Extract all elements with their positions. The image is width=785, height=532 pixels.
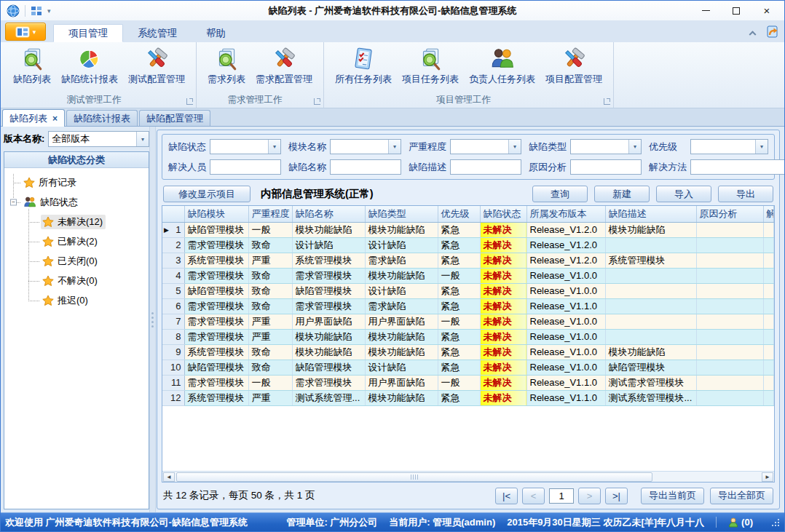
- column-header[interactable]: 所属发布版本: [526, 206, 605, 222]
- export-current-page-button[interactable]: 导出当前页: [641, 488, 704, 504]
- table-row[interactable]: 7需求管理模块严重用户界面缺陷用户界面缺陷一般未解决Release_V1.0.0: [162, 314, 774, 329]
- sidebar-splitter[interactable]: [149, 127, 156, 512]
- query-button[interactable]: 查询: [532, 186, 588, 202]
- minimize-button[interactable]: [700, 5, 711, 17]
- filter-defect-desc-input[interactable]: [450, 159, 521, 175]
- table-row[interactable]: 6需求管理模块致命需求管理模块需求缺陷紧急未解决Release_V1.1.0: [162, 298, 774, 314]
- filter-module-name-combo[interactable]: ▾: [330, 139, 401, 154]
- ribbon-button[interactable]: 所有任务列表: [330, 44, 397, 88]
- combo-dropdown-icon[interactable]: ▾: [508, 140, 521, 154]
- tree-item-1[interactable]: −缺陷状态: [4, 192, 149, 212]
- close-tab-icon[interactable]: ×: [52, 114, 58, 124]
- table-row[interactable]: ▶1缺陷管理模块一般模块功能缺陷模块功能缺陷紧急未解决Release_V1.2.…: [162, 222, 774, 237]
- table-row[interactable]: 5缺陷管理模块致命缺陷管理模块设计缺陷紧急未解决Release_V1.0.0: [162, 283, 774, 298]
- export-button[interactable]: 导出: [718, 186, 773, 202]
- ribbon-tab-2[interactable]: 帮助: [192, 24, 240, 42]
- application-menu-button[interactable]: ▾: [5, 23, 46, 41]
- combo-dropdown-icon[interactable]: ▾: [755, 140, 768, 154]
- ribbon-tab-1[interactable]: 系统管理: [123, 24, 192, 42]
- modify-columns-button[interactable]: 修改显示项目: [163, 186, 251, 202]
- ribbon-button[interactable]: 负责人任务列表: [464, 44, 540, 88]
- close-button[interactable]: ×: [761, 5, 773, 17]
- tree-item-4[interactable]: 已关闭(0): [4, 251, 149, 271]
- column-header[interactable]: 缺陷描述: [605, 206, 696, 222]
- quick-access-dropdown-icon[interactable]: ▾: [47, 7, 51, 15]
- table-row[interactable]: 12系统管理模块严重测试系统管理...模块功能缺陷紧急未解决Release_V1…: [162, 390, 774, 405]
- combo-dropdown-icon[interactable]: ▾: [268, 140, 280, 154]
- column-header[interactable]: 严重程度: [248, 206, 292, 222]
- group-dialog-launcher-icon[interactable]: [186, 98, 193, 105]
- scroll-left-icon[interactable]: ◄: [163, 472, 175, 482]
- maximize-button[interactable]: [730, 5, 742, 17]
- table-row[interactable]: 3系统管理模块严重系统管理模块需求缺陷紧急未解决Release_V1.2.0系统…: [162, 253, 774, 268]
- ribbon-button[interactable]: 项目任务列表: [397, 44, 464, 88]
- tree-item-3[interactable]: 已解决(2): [4, 231, 149, 251]
- version-combo[interactable]: 全部版本 ▾: [48, 131, 149, 147]
- horizontal-scrollbar[interactable]: ◄ ►: [162, 471, 774, 482]
- import-button[interactable]: 导入: [656, 186, 711, 202]
- column-header[interactable]: 缺陷状态: [480, 206, 526, 222]
- last-page-button[interactable]: >|: [605, 488, 628, 504]
- system-label: 内部信息管理系统(正常): [261, 187, 374, 201]
- filter-defect-status-combo[interactable]: ▾: [210, 139, 281, 154]
- table-row[interactable]: 4需求管理模块致命需求管理模块模块功能缺陷一般未解决Release_V1.0.0: [162, 268, 774, 283]
- table-cell: [605, 298, 696, 314]
- ribbon-tab-0[interactable]: 项目管理: [53, 24, 123, 42]
- filter-priority-combo[interactable]: ▾: [690, 139, 768, 154]
- doc-tab-0[interactable]: 缺陷列表×: [2, 109, 65, 127]
- column-header[interactable]: 缺陷类型: [365, 206, 438, 222]
- doc-tab-1[interactable]: 缺陷统计报表: [66, 110, 138, 126]
- filter-solution-input[interactable]: [690, 159, 785, 175]
- resize-grip[interactable]: [770, 517, 780, 527]
- ribbon-button[interactable]: 缺陷统计报表: [56, 44, 123, 88]
- export-all-pages-button[interactable]: 导出全部页: [710, 488, 773, 504]
- table-cell: 用户界面缺陷: [365, 375, 438, 390]
- combo-dropdown-icon[interactable]: ▾: [136, 132, 149, 146]
- ribbon-button[interactable]: 项目配置管理: [540, 44, 607, 88]
- table-row[interactable]: 9系统管理模块致命模块功能缺陷模块功能缺陷紧急未解决Release_V1.0.0…: [162, 344, 774, 360]
- column-header[interactable]: 缺陷模块: [184, 206, 248, 222]
- column-header[interactable]: 原因分析: [696, 206, 763, 222]
- tree-item-0[interactable]: 所有记录: [4, 172, 149, 192]
- combo-dropdown-icon[interactable]: ▾: [388, 140, 401, 154]
- tree-item-5[interactable]: 不解决(0): [4, 271, 149, 290]
- ribbon-button[interactable]: 需求配置管理: [251, 44, 317, 88]
- group-dialog-launcher-icon[interactable]: [604, 98, 610, 105]
- sidebar: 版本名称: 全部版本 ▾ 缺陷状态分类 所有记录−缺陷状态未解决(12)已解决(…: [1, 127, 149, 512]
- table-cell: [763, 375, 774, 390]
- prev-page-button[interactable]: <: [522, 488, 545, 504]
- new-button[interactable]: 新建: [594, 186, 650, 202]
- column-header[interactable]: 解决方法: [763, 206, 774, 222]
- doc-tab-2[interactable]: 缺陷配置管理: [139, 110, 210, 126]
- ribbon-button-label: 项目任务列表: [402, 73, 459, 86]
- table-row[interactable]: 11需求管理模块一般需求管理模块用户界面缺陷一般未解决Release_V1.1.…: [162, 375, 774, 390]
- filter-defect-name-input[interactable]: [330, 159, 401, 175]
- ribbon-button-label: 负责人任务列表: [469, 73, 535, 86]
- help-icon[interactable]: [765, 25, 780, 39]
- page-number-input[interactable]: [549, 488, 574, 504]
- ribbon-button[interactable]: 需求列表: [202, 44, 251, 88]
- table-row[interactable]: 2需求管理模块致命设计缺陷设计缺陷紧急未解决Release_V1.2.0: [162, 237, 774, 253]
- scroll-right-icon[interactable]: ►: [762, 472, 773, 482]
- table-cell: 未解决: [480, 375, 526, 390]
- group-dialog-launcher-icon[interactable]: [314, 98, 320, 105]
- combo-dropdown-icon[interactable]: ▾: [628, 140, 641, 154]
- filter-cause-analysis-input[interactable]: [570, 159, 642, 175]
- collapse-toggle-icon[interactable]: −: [10, 199, 17, 205]
- tree-item-2[interactable]: 未解决(12): [4, 212, 149, 231]
- filter-defect-type-combo[interactable]: ▾: [570, 139, 642, 154]
- scrollbar-thumb[interactable]: [176, 472, 652, 482]
- first-page-button[interactable]: |<: [495, 488, 518, 504]
- table-row[interactable]: 8需求管理模块严重模块功能缺陷模块功能缺陷紧急未解决Release_V1.0.0: [162, 329, 774, 344]
- filter-resolver-input[interactable]: [210, 159, 281, 175]
- column-header[interactable]: 缺陷名称: [292, 206, 365, 222]
- column-header[interactable]: 优先级: [438, 206, 480, 222]
- table-row[interactable]: 10缺陷管理模块致命缺陷管理模块设计缺陷紧急未解决Release_V1.0.0缺…: [162, 360, 774, 375]
- tree-item-6[interactable]: 推迟(0): [4, 290, 149, 310]
- ribbon-button[interactable]: 测试配置管理: [123, 44, 190, 88]
- ribbon-button[interactable]: 缺陷列表: [8, 44, 56, 88]
- next-page-button[interactable]: >: [578, 488, 601, 504]
- quick-access-grid-icon[interactable]: [31, 5, 42, 17]
- filter-severity-combo[interactable]: ▾: [450, 139, 521, 154]
- ribbon-collapse-chevron-icon[interactable]: [746, 26, 758, 38]
